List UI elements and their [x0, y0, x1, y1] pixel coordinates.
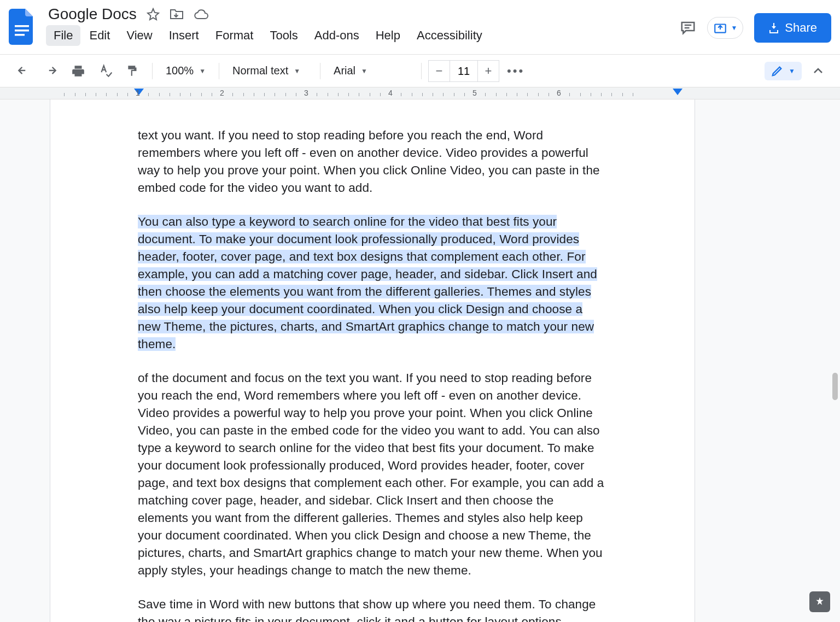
- ruler-tick: [506, 93, 507, 96]
- move-icon[interactable]: [170, 8, 184, 20]
- ruler-tick: [75, 93, 75, 96]
- ruler-tick: [328, 93, 328, 96]
- ruler-tick: [380, 93, 381, 96]
- editing-mode-button[interactable]: ▼: [765, 62, 802, 80]
- scrollbar-thumb[interactable]: [832, 373, 838, 400]
- font-size-input[interactable]: 11: [450, 61, 478, 81]
- menu-edit[interactable]: Edit: [81, 25, 118, 46]
- ruler-tick: [317, 93, 317, 96]
- paragraph[interactable]: Save time in Word with new buttons that …: [138, 596, 607, 622]
- ruler-tick: [538, 93, 539, 96]
- font-size-increase[interactable]: +: [478, 61, 499, 81]
- chevron-down-icon: ▼: [294, 67, 300, 75]
- font-select[interactable]: Arial▼: [327, 61, 415, 80]
- ruler-tick: [433, 93, 433, 96]
- ruler-tick: [159, 93, 160, 96]
- ruler-tick: [401, 93, 401, 96]
- ruler-tick: [359, 93, 359, 96]
- paragraph[interactable]: of the document and focus on the text yo…: [138, 369, 607, 579]
- ruler-tick: [148, 93, 149, 96]
- ruler-tick: [285, 93, 286, 96]
- font-size-decrease[interactable]: −: [429, 61, 450, 81]
- ruler[interactable]: 123456: [0, 87, 840, 99]
- ruler-tick: [611, 93, 612, 96]
- ruler-tick: [454, 93, 454, 96]
- ruler-tick: [622, 93, 623, 96]
- header-center: Google Docs File Edit View Insert Format…: [46, 5, 680, 46]
- ruler-tick: [106, 93, 107, 96]
- menu-help[interactable]: Help: [368, 25, 408, 46]
- ruler-tick: [232, 93, 233, 96]
- ruler-tick: [517, 93, 517, 96]
- svg-rect-0: [15, 25, 29, 27]
- chevron-down-icon: ▼: [199, 67, 206, 75]
- menu-format[interactable]: Format: [208, 25, 261, 46]
- separator: [421, 63, 422, 79]
- ruler-tick: [64, 93, 65, 96]
- ruler-number: 6: [557, 89, 561, 97]
- ruler-tick: [591, 93, 591, 96]
- chevron-down-icon: ▼: [731, 24, 737, 32]
- page[interactable]: text you want. If you need to stop readi…: [50, 99, 695, 622]
- ruler-tick: [243, 93, 244, 96]
- ruler-tick: [464, 93, 465, 96]
- title-row: Google Docs: [46, 5, 680, 23]
- paint-format-button[interactable]: [120, 60, 145, 83]
- explore-button[interactable]: [809, 591, 830, 612]
- share-label: Share: [785, 21, 817, 35]
- zoom-select[interactable]: 100%▼: [159, 61, 212, 80]
- star-icon[interactable]: [147, 8, 160, 21]
- menu-addons[interactable]: Add-ons: [307, 25, 367, 46]
- svg-rect-2: [15, 34, 25, 36]
- ruler-tick: [85, 93, 86, 96]
- menu-view[interactable]: View: [119, 25, 160, 46]
- paragraph[interactable]: text you want. If you need to stop readi…: [138, 127, 607, 197]
- ruler-tick: [601, 93, 602, 96]
- ruler-number: 3: [304, 89, 308, 97]
- more-tools-button[interactable]: •••: [501, 60, 530, 83]
- paragraph-style-select[interactable]: Normal text▼: [226, 61, 313, 80]
- ruler-tick: [580, 93, 581, 96]
- ruler-tick: [348, 93, 349, 96]
- share-button[interactable]: Share: [754, 13, 831, 43]
- ruler-number: 1: [136, 89, 140, 97]
- ruler-tick: [201, 93, 202, 96]
- ruler-tick: [527, 93, 528, 96]
- ruler-tick: [370, 93, 370, 96]
- ruler-tick: [633, 93, 633, 96]
- separator: [152, 63, 153, 79]
- ruler-tick: [412, 93, 412, 96]
- menu-tools[interactable]: Tools: [262, 25, 305, 46]
- ruler-tick: [96, 93, 96, 96]
- ruler-tick: [496, 93, 497, 96]
- document-title[interactable]: Google Docs: [48, 5, 137, 23]
- redo-button[interactable]: [38, 61, 63, 81]
- comments-icon[interactable]: [680, 20, 696, 36]
- menu-accessibility[interactable]: Accessibility: [409, 25, 490, 46]
- ruler-tick: [485, 93, 486, 96]
- toolbar: 100%▼ Normal text▼ Arial▼ − 11 + ••• ▼: [0, 55, 840, 87]
- right-indent-marker[interactable]: [673, 89, 682, 95]
- menu-file[interactable]: File: [46, 25, 80, 46]
- ruler-tick: [275, 93, 275, 96]
- ruler-tick: [443, 93, 444, 96]
- present-button[interactable]: ▼: [707, 17, 743, 39]
- docs-logo-icon[interactable]: [9, 9, 35, 45]
- ruler-tick: [569, 93, 570, 96]
- svg-rect-1: [15, 30, 29, 32]
- separator: [320, 63, 320, 79]
- print-button[interactable]: [66, 60, 91, 82]
- collapse-toolbar-button[interactable]: [807, 63, 829, 79]
- selected-text[interactable]: You can also type a keyword to search on…: [138, 215, 597, 351]
- ruler-tick: [127, 93, 128, 96]
- menu-insert[interactable]: Insert: [161, 25, 207, 46]
- cloud-status-icon[interactable]: [194, 9, 209, 20]
- ruler-number: 5: [472, 89, 477, 97]
- menu-bar: File Edit View Insert Format Tools Add-o…: [46, 25, 680, 46]
- separator: [219, 63, 219, 79]
- ruler-tick: [296, 93, 296, 96]
- paragraph-selected[interactable]: You can also type a keyword to search on…: [138, 213, 607, 353]
- undo-button[interactable]: [11, 61, 36, 81]
- spellcheck-button[interactable]: [93, 60, 118, 83]
- toolbar-right: ▼: [765, 62, 829, 80]
